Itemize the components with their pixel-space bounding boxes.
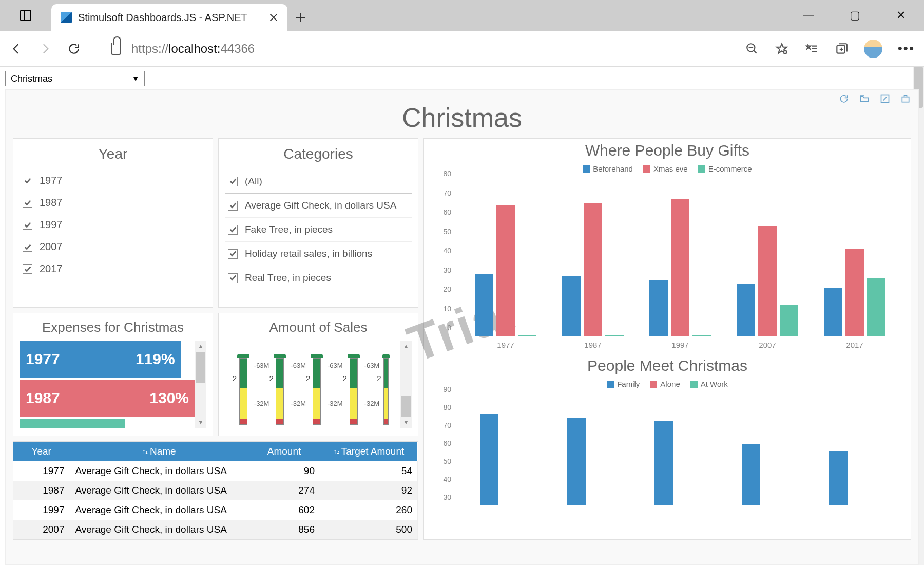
year-checkbox[interactable]: 2017 (20, 258, 206, 280)
reload-button[interactable] (67, 42, 81, 56)
chevron-down-icon: ▼ (132, 74, 139, 83)
window-controls: — ▢ ✕ (785, 0, 924, 31)
charts-panel: Where People Buy Gifts Beforehand Xmas e… (424, 138, 911, 540)
zoom-icon[interactable] (745, 42, 759, 56)
category-checkbox[interactable]: Fake Tree, in pieces (225, 218, 412, 242)
favorites-list-icon[interactable] (804, 42, 819, 56)
sales-gauge: 2-63M-32M (308, 354, 325, 425)
year-filter-title: Year (20, 146, 206, 162)
collections-icon[interactable] (834, 42, 849, 56)
edit-icon[interactable] (879, 93, 891, 104)
close-tab-button[interactable] (269, 13, 278, 22)
dashboard-select-value: Christmas (11, 73, 52, 84)
browser-toolbar: https://localhost:44366 ••• (0, 31, 924, 67)
back-button[interactable] (9, 42, 24, 56)
browser-titlebar: Stimulsoft Dashboards.JS - ASP.NET — ▢ ✕ (0, 0, 924, 31)
url-text: https://localhost:44366 (131, 42, 255, 56)
expense-bar: 1977119% (20, 341, 181, 378)
category-checkbox[interactable]: (All) (225, 170, 412, 194)
chart1-plot: 0102030405060708019771987199720072017 (454, 177, 899, 336)
more-menu-button[interactable]: ••• (898, 41, 915, 56)
favorite-icon[interactable] (775, 42, 789, 56)
dashboard-select[interactable]: Christmas ▼ (5, 71, 145, 86)
col-name[interactable]: ↑₁Name (70, 442, 248, 461)
expense-bar (20, 419, 125, 428)
sales-gauge: 2-63M-32M (235, 354, 252, 425)
maximize-button[interactable]: ▢ (832, 0, 878, 31)
sales-panel: Amount of Sales 2-63M-32M2-63M-32M2-63M-… (218, 313, 418, 436)
table-row: 1977Average Gift Check, in dollars USA90… (13, 461, 418, 481)
open-icon[interactable] (859, 93, 870, 104)
lock-icon (111, 43, 121, 55)
browser-tab[interactable]: Stimulsoft Dashboards.JS - ASP.NET (51, 4, 287, 31)
year-checkbox[interactable]: 1977 (20, 170, 206, 192)
chart1-title: Where People Buy Gifts (430, 142, 904, 159)
year-checkbox[interactable]: 1997 (20, 214, 206, 236)
new-tab-button[interactable] (287, 4, 313, 31)
svg-rect-4 (902, 97, 909, 102)
categories-filter-title: Categories (225, 146, 412, 162)
year-checkbox[interactable]: 2007 (20, 236, 206, 258)
col-target[interactable]: ↑₂Target Amount (320, 442, 418, 461)
category-checkbox[interactable]: Real Tree, in pieces (225, 266, 412, 290)
minimize-button[interactable]: — (785, 0, 832, 31)
table-row: 1997Average Gift Check, in dollars USA60… (13, 500, 418, 520)
close-window-button[interactable]: ✕ (878, 0, 924, 31)
sales-gauge: 2-63M-32M (271, 354, 288, 425)
col-amount[interactable]: Amount (248, 442, 320, 461)
table-row: 1987Average Gift Check, in dollars USA27… (13, 481, 418, 500)
expenses-scrollbar[interactable]: ▲▼ (195, 341, 206, 428)
tab-title: Stimulsoft Dashboards.JS - ASP.NET (78, 12, 263, 24)
category-checkbox[interactable]: Holiday retail sales, in billions (225, 242, 412, 266)
chart1-legend: Beforehand Xmas eve E-commerce (430, 164, 904, 173)
address-bar[interactable]: https://localhost:44366 (95, 42, 730, 56)
fullscreen-icon[interactable] (900, 93, 911, 104)
forward-button[interactable] (38, 42, 52, 56)
refresh-icon[interactable] (838, 93, 850, 104)
year-filter-panel: Year 1977 1987 1997 2007 2017 (13, 138, 213, 308)
data-table-panel: Year ↑₁Name Amount ↑₂Target Amount 1977A… (13, 441, 418, 540)
sales-scrollbar[interactable]: ▲▼ (400, 341, 412, 428)
chart2-legend: Family Alone At Work (430, 380, 904, 388)
chart2-title: People Meet Christmas (430, 357, 904, 374)
categories-filter-panel: Categories (All) Average Gift Check, in … (218, 138, 418, 308)
dashboard-title: Christmas (13, 102, 911, 133)
col-year[interactable]: Year (13, 442, 70, 461)
sales-title: Amount of Sales (225, 319, 412, 335)
expenses-panel: Expenses for Christmas 1977119% 1987130%… (13, 313, 213, 436)
profile-avatar[interactable] (864, 40, 882, 58)
category-checkbox[interactable]: Average Gift Check, in dollars USA (225, 194, 412, 218)
expense-bar: 1987130% (20, 380, 195, 417)
table-row: 2007Average Gift Check, in dollars USA85… (13, 520, 418, 539)
dashboard: Christmas Trial Year 1977 1987 1997 2007… (5, 89, 919, 565)
year-checkbox[interactable]: 1987 (20, 192, 206, 214)
sales-gauge: 2-63M-32M (345, 354, 362, 425)
chart2-plot: 30405060708090 (454, 392, 899, 505)
dashboard-toolbar (838, 93, 911, 104)
panel-icon[interactable] (20, 10, 31, 21)
data-table: Year ↑₁Name Amount ↑₂Target Amount 1977A… (13, 442, 418, 539)
favicon-icon (61, 12, 72, 23)
expenses-title: Expenses for Christmas (20, 319, 206, 335)
